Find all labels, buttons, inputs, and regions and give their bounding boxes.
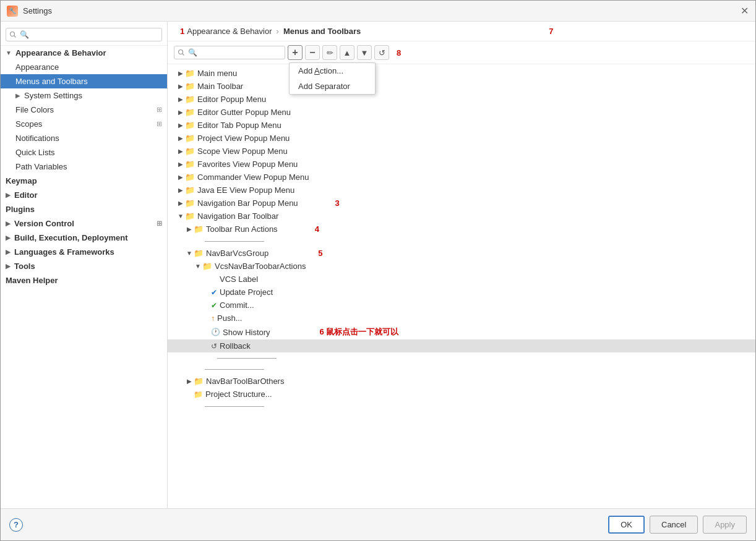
sidebar-item-file-colors[interactable]: File Colors ⊞ xyxy=(1,103,167,117)
folder-icon: 📁 xyxy=(202,262,212,271)
folder-icon: 📁 xyxy=(194,224,204,234)
add-button[interactable]: + xyxy=(288,45,303,60)
sidebar-item-scopes[interactable]: Scopes ⊞ xyxy=(1,117,167,131)
sidebar-item-label: System Settings xyxy=(24,91,82,100)
tree-item-push[interactable]: ↑ Push... xyxy=(168,312,755,325)
sidebar-item-version-control[interactable]: ▶ Version Control ⊞ xyxy=(1,216,167,231)
sidebar-item-plugins[interactable]: Plugins xyxy=(1,202,167,216)
sidebar-item-menus-toolbars[interactable]: Menus and Toolbars xyxy=(1,74,167,88)
tree-search-input[interactable] xyxy=(174,46,285,59)
action-icon: ✔ xyxy=(211,301,217,310)
tree-item-project-view[interactable]: ▶ 📁 Project View Popup Menu xyxy=(168,132,755,145)
annotation-1: 1 xyxy=(180,27,184,36)
ok-button[interactable]: OK xyxy=(608,516,645,534)
sidebar-item-label: Appearance & Behavior xyxy=(15,48,106,58)
annotation-5: 5 xyxy=(318,249,322,258)
tree-item-favorites-view[interactable]: ▶ 📁 Favorites View Popup Menu xyxy=(168,158,755,171)
sidebar-item-quick-lists[interactable]: Quick Lists xyxy=(1,145,167,160)
tree-item-vcs-navbar-toolbar[interactable]: ▼ 📁 VcsNavBarToobarActions xyxy=(168,260,755,273)
tree-item-vcs-label[interactable]: VCS Label xyxy=(168,273,755,286)
chevron-icon: ▶ xyxy=(185,378,194,385)
apply-button[interactable]: Apply xyxy=(703,516,747,534)
breadcrumb-separator: › xyxy=(277,27,279,36)
reset-button[interactable]: ↺ xyxy=(374,45,389,60)
sidebar-item-system-settings[interactable]: ▶ System Settings xyxy=(1,88,167,103)
tree-item-label: Editor Tab Popup Menu xyxy=(197,121,281,130)
tree-item-editor-tab[interactable]: ▶ 📁 Editor Tab Popup Menu xyxy=(168,119,755,132)
folder-icon: 📁 xyxy=(185,173,195,182)
sidebar-item-label: Editor xyxy=(14,190,38,200)
sidebar-item-maven-helper[interactable]: Maven Helper xyxy=(1,273,167,288)
move-down-button[interactable]: ▼ xyxy=(357,45,372,60)
sidebar-search-container xyxy=(1,24,167,46)
folder-icon: 📁 xyxy=(185,160,195,169)
tree-item-java-ee[interactable]: ▶ 📁 Java EE View Popup Menu xyxy=(168,184,755,197)
move-up-button[interactable]: ▲ xyxy=(340,45,354,60)
chevron-icon: ▼ xyxy=(185,250,194,257)
sidebar-item-editor[interactable]: ▶ Editor xyxy=(1,188,167,202)
tree-item-navbar-toolbar-others[interactable]: ▶ 📁 NavBarToolBarOthers xyxy=(168,375,755,388)
tree-item-label: Rollback xyxy=(220,341,251,351)
sidebar-item-label: Path Variables xyxy=(15,162,67,171)
sidebar-item-label: Build, Execution, Deployment xyxy=(14,233,127,242)
separator-2: ———————— xyxy=(168,352,755,364)
folder-icon: 📁 xyxy=(185,108,195,117)
tree-item-scope-view[interactable]: ▶ 📁 Scope View Popup Menu xyxy=(168,145,755,158)
tree-item-commander-view[interactable]: ▶ 📁 Commander View Popup Menu xyxy=(168,171,755,184)
tree-item-label: Main menu xyxy=(197,69,237,78)
folder-icon: 📁 xyxy=(185,82,195,91)
file-colors-icon: ⊞ xyxy=(157,106,162,114)
add-action-item[interactable]: Add Action... xyxy=(290,63,375,79)
tree-item-commit[interactable]: ✔ Commit... xyxy=(168,299,755,312)
sep-label: ———————— xyxy=(205,237,264,245)
tree-item-update-project[interactable]: ✔ Update Project xyxy=(168,286,755,299)
chevron-icon: ▼ xyxy=(194,263,202,270)
app-icon: 🔧 xyxy=(7,6,18,17)
tree-item-label: Editor Popup Menu xyxy=(197,95,266,104)
bottom-right: OK Cancel Apply xyxy=(608,516,747,534)
tree-area: ▶ 📁 Main menu ▶ 📁 Main Toolbar ▶ xyxy=(168,64,755,508)
tree-item-label: Scope View Popup Menu xyxy=(197,147,288,156)
cancel-button[interactable]: Cancel xyxy=(650,516,698,534)
sidebar-item-path-variables[interactable]: Path Variables xyxy=(1,160,167,174)
sidebar-search-input[interactable] xyxy=(6,28,162,41)
chevron-icon: ▶ xyxy=(176,70,185,77)
chevron-icon: ▶ xyxy=(6,192,11,198)
sidebar-item-keymap[interactable]: Keymap xyxy=(1,174,167,188)
folder-icon: 📁 xyxy=(194,249,204,258)
folder-icon: 📁 xyxy=(185,185,195,195)
sidebar-item-appearance[interactable]: Appearance xyxy=(1,60,167,74)
help-button[interactable]: ? xyxy=(9,518,23,532)
action-icon: ↑ xyxy=(211,314,215,323)
sidebar-item-tools[interactable]: ▶ Tools xyxy=(1,259,167,273)
tree-item-label: Show History xyxy=(223,328,270,337)
tree-item-show-history[interactable]: 🕐 Show History 6 鼠标点击一下就可以 xyxy=(168,325,755,339)
sidebar-item-build[interactable]: ▶ Build, Execution, Deployment xyxy=(1,231,167,245)
tree-item-navbar-vcs-group[interactable]: ▼ 📁 NavBarVcsGroup 5 xyxy=(168,247,755,260)
folder-icon: 📁 xyxy=(185,134,195,143)
add-separator-item[interactable]: Add Separator xyxy=(290,79,375,94)
sidebar-item-notifications[interactable]: Notifications xyxy=(1,131,167,145)
tree-item-editor-gutter[interactable]: ▶ 📁 Editor Gutter Popup Menu xyxy=(168,106,755,119)
sidebar-item-label: Maven Helper xyxy=(6,276,58,285)
tree-item-nav-bar-toolbar[interactable]: ▼ 📁 Navigation Bar Toolbar xyxy=(168,210,755,223)
tree-item-project-structure[interactable]: 📁 Project Structure... xyxy=(168,388,755,401)
remove-button[interactable]: − xyxy=(305,45,320,60)
tree-item-main-menu[interactable]: ▶ 📁 Main menu xyxy=(168,67,755,80)
sidebar-item-appearance-behavior[interactable]: ▼ Appearance & Behavior xyxy=(1,46,167,60)
edit-button[interactable]: ✏ xyxy=(322,45,337,60)
sidebar-item-label: Appearance xyxy=(15,62,59,72)
folder-icon: 📁 xyxy=(194,377,204,386)
tree-item-editor-popup[interactable]: ▶ 📁 Editor Popup Menu xyxy=(168,93,755,106)
tree-item-label: Favorites View Popup Menu xyxy=(197,160,298,169)
tree-item-toolbar-run[interactable]: ▶ 📁 Toolbar Run Actions 4 xyxy=(168,223,755,236)
sidebar-item-languages[interactable]: ▶ Languages & Frameworks xyxy=(1,245,167,259)
bottom-bar: ? OK Cancel Apply xyxy=(1,508,755,540)
tree-item-main-toolbar[interactable]: ▶ 📁 Main Toolbar xyxy=(168,80,755,93)
sep-label: ———————— xyxy=(205,402,264,411)
tree-item-rollback[interactable]: ↺ Rollback xyxy=(168,339,755,352)
close-button[interactable]: ✕ xyxy=(739,6,749,16)
tree-item-nav-bar-popup[interactable]: ▶ 📁 Navigation Bar Popup Menu 3 xyxy=(168,197,755,210)
chevron-icon: ▶ xyxy=(176,161,185,168)
rollback-icon: ↺ xyxy=(211,342,217,351)
